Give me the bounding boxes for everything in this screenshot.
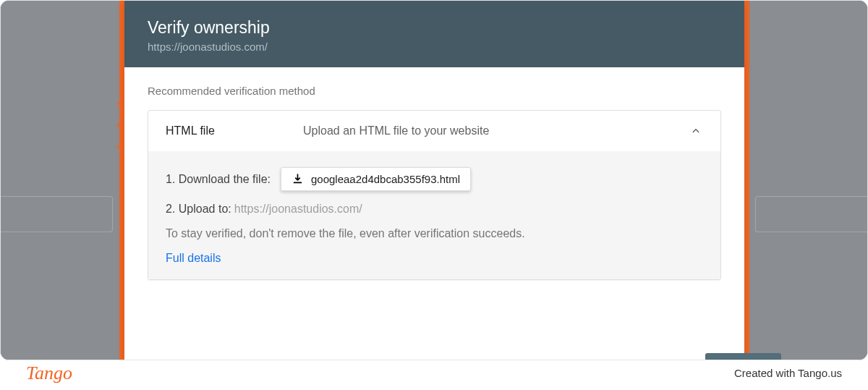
method-header[interactable]: HTML file Upload an HTML file to your we… [148, 111, 720, 151]
method-content: 1. Download the file: googleaa2d4dbcab35… [148, 151, 720, 279]
download-icon [292, 173, 304, 185]
verification-note: To stay verified, don't remove the file,… [166, 227, 703, 240]
highlight-border-right [744, 1, 749, 360]
background-box-right [755, 196, 867, 232]
method-title: HTML file [166, 124, 303, 137]
tango-footer: Tango Created with Tango.us [0, 360, 868, 390]
step-2-row: 2. Upload to: https://joonastudios.com/ [166, 203, 703, 216]
background-right [749, 1, 867, 360]
dialog-header: Verify ownership https://joonastudios.co… [124, 1, 744, 67]
dialog-title: Verify ownership [148, 18, 721, 38]
verify-ownership-dialog: Verify ownership https://joonastudios.co… [124, 1, 744, 360]
background-left [1, 1, 119, 360]
screenshot-frame: Verify ownership https://joonastudios.co… [0, 0, 868, 360]
verify-button-partial[interactable] [705, 353, 781, 360]
section-label: Recommended verification method [148, 85, 721, 97]
step-2-label: 2. Upload to: [166, 203, 231, 216]
download-file-button[interactable]: googleaa2d4dbcab355f93.html [281, 167, 471, 191]
download-file-name: googleaa2d4dbcab355f93.html [311, 173, 460, 185]
dialog-subtitle: https://joonastudios.com/ [148, 41, 721, 53]
dialog-body: Recommended verification method HTML fil… [124, 67, 744, 297]
step-1-row: 1. Download the file: googleaa2d4dbcab35… [166, 167, 703, 191]
background-box-left [1, 196, 113, 232]
method-card-html-file: HTML file Upload an HTML file to your we… [148, 110, 721, 280]
footer-credit: Created with Tango.us [734, 367, 842, 379]
highlight-border-left [119, 1, 124, 360]
method-description: Upload an HTML file to your website [303, 124, 689, 137]
upload-url: https://joonastudios.com/ [234, 203, 362, 216]
tango-logo: Tango [26, 363, 72, 384]
step-1-label: 1. Download the file: [166, 173, 271, 186]
chevron-up-icon[interactable] [689, 124, 703, 138]
full-details-link[interactable]: Full details [166, 252, 703, 265]
